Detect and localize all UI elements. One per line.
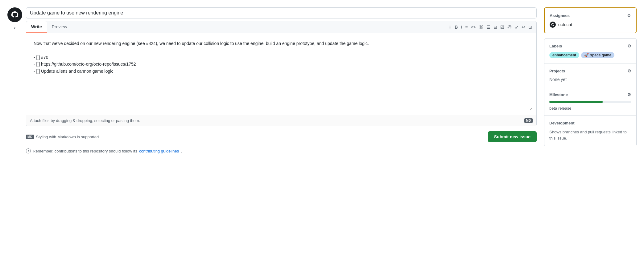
svg-point-3 [550, 22, 555, 27]
sidebar: Assignees ⚙ octocat Labels ⚙ enhancement [544, 7, 637, 269]
space-game-name: space game [590, 53, 611, 57]
quote-icon[interactable]: ≡ [464, 24, 468, 30]
assignee-avatar [550, 22, 556, 28]
attach-text: Attach files by dragging & dropping, sel… [30, 118, 140, 123]
avatar-column: ‹ [7, 7, 22, 32]
markdown-badge-footer: MD [26, 135, 34, 139]
development-title: Development [549, 121, 575, 125]
milestone-bar-fill [549, 101, 603, 103]
mention-icon[interactable]: @ [507, 24, 512, 30]
assignee-item: octocat [550, 22, 631, 28]
svg-point-2 [16, 17, 18, 18]
assignees-title: Assignees [550, 13, 570, 18]
undo-icon[interactable]: ↩ [521, 24, 526, 30]
submit-button[interactable]: Submit new issue [488, 131, 537, 142]
development-description: Shows branches and pull requests linked … [549, 129, 631, 141]
milestone-bar-container [549, 101, 631, 103]
reference-icon[interactable]: ⤢ [514, 24, 519, 30]
attach-area: Attach files by dragging & dropping, sel… [26, 115, 536, 126]
milestone-name: beta release [549, 106, 572, 111]
markdown-info: MD Styling with Markdown is supported [26, 135, 99, 139]
assignees-section: Assignees ⚙ octocat [544, 7, 637, 33]
fullscreen-icon[interactable]: ⊡ [528, 24, 533, 30]
issue-body-input[interactable]: Now that we've decided on our new render… [30, 36, 533, 110]
label-enhancement: enhancement [549, 52, 579, 58]
main-area: ‹ Write Preview H B I ≡ <> ⛓ ☰ ⊟ ☑ @ ⤢ [7, 7, 537, 269]
projects-value: None yet [549, 77, 567, 82]
tab-write[interactable]: Write [26, 21, 47, 33]
assignees-header: Assignees ⚙ [550, 13, 631, 18]
labels-gear-icon[interactable]: ⚙ [627, 43, 631, 48]
labels-section: Labels ⚙ enhancement 🚀 space game [544, 39, 636, 63]
space-game-emoji: 🚀 [584, 53, 589, 57]
sidebar-sections: Labels ⚙ enhancement 🚀 space game Projec… [544, 38, 637, 146]
italic-icon[interactable]: I [460, 24, 463, 30]
projects-section: Projects ⚙ None yet [544, 63, 636, 87]
milestone-title: Milestone [549, 92, 568, 97]
info-period: . [181, 149, 182, 153]
avatar [7, 7, 22, 22]
tasklist-icon[interactable]: ☑ [500, 24, 505, 30]
milestone-section: Milestone ⚙ beta release [544, 87, 636, 116]
toolbar: H B I ≡ <> ⛓ ☰ ⊟ ☑ @ ⤢ ↩ ⊡ [444, 22, 536, 32]
code-icon[interactable]: <> [470, 24, 476, 30]
contributing-link[interactable]: contributing guidelines [139, 149, 179, 153]
ordered-list-icon[interactable]: ⊟ [493, 24, 498, 30]
editor-tabs-row: Write Preview H B I ≡ <> ⛓ ☰ ⊟ ☑ @ ⤢ ↩ ⊡ [26, 21, 536, 33]
heading-icon[interactable]: H [448, 24, 452, 30]
info-text: Remember, contributions to this reposito… [33, 149, 137, 153]
footer-bar: MD Styling with Markdown is supported Su… [26, 129, 537, 145]
issue-title-input[interactable] [26, 7, 537, 18]
milestone-gear-icon[interactable]: ⚙ [627, 92, 631, 97]
editor-body: Now that we've decided on our new render… [26, 33, 536, 115]
projects-title: Projects [549, 69, 565, 73]
bold-icon[interactable]: B [454, 24, 458, 30]
link-icon[interactable]: ⛓ [478, 24, 484, 30]
assignee-name: octocat [558, 22, 572, 27]
info-icon: i [26, 148, 31, 153]
back-button[interactable]: ‹ [13, 23, 17, 32]
markdown-info-text: Styling with Markdown is supported [36, 135, 99, 139]
editor-wrapper: Write Preview H B I ≡ <> ⛓ ☰ ⊟ ☑ @ ⤢ ↩ ⊡ [26, 21, 537, 126]
development-header: Development [549, 121, 631, 125]
assignees-gear-icon[interactable]: ⚙ [627, 13, 631, 18]
development-section: Development Shows branches and pull requ… [544, 116, 636, 146]
labels-header: Labels ⚙ [549, 43, 631, 48]
svg-point-1 [12, 17, 14, 18]
label-space-game: 🚀 space game [581, 52, 614, 58]
unordered-list-icon[interactable]: ☰ [486, 24, 491, 30]
tab-preview[interactable]: Preview [47, 21, 72, 33]
projects-gear-icon[interactable]: ⚙ [627, 68, 631, 73]
contributing-info: i Remember, contributions to this reposi… [26, 147, 537, 155]
svg-point-0 [9, 9, 21, 21]
projects-header: Projects ⚙ [549, 68, 631, 73]
milestone-header: Milestone ⚙ [549, 92, 631, 97]
editor-column: Write Preview H B I ≡ <> ⛓ ☰ ⊟ ☑ @ ⤢ ↩ ⊡ [26, 7, 537, 155]
md-badge: MD [524, 118, 533, 123]
labels-title: Labels [549, 44, 562, 48]
label-badges: enhancement 🚀 space game [549, 52, 631, 58]
